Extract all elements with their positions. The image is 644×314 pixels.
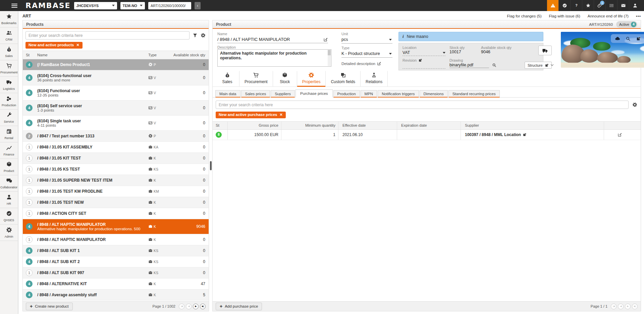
type-select[interactable]: K - Product structure [341,50,392,58]
first-page-button[interactable]: |◀ [179,304,184,309]
sidebar-item-rental[interactable]: $ Rental [0,126,18,142]
sidebar-item-finance[interactable]: Finance [0,142,18,159]
product-table-row[interactable]: 4 / 8948 / ALT SUB KIT 2 KS 0 [23,256,209,267]
product-table-row[interactable]: 1 / 8948 / ALT HAPTIC MANIPULATOR K 0 [23,234,209,245]
chip-close-icon[interactable]: ✕ [76,43,79,47]
upload-image-icon[interactable] [615,36,620,41]
product-table-row[interactable]: 1 / 8948 / 31.05 TEST NEW K 0 [23,197,209,208]
settings-gear-icon[interactable] [201,33,206,38]
supplier-link[interactable]: 100397 / 8948 / MML Location [465,132,527,137]
product-table-row[interactable]: 1 / 8948 / 31.05 TEST KM PRODLINE KM 0 [23,186,209,197]
sidebar-item-bookmarks[interactable]: Bookmarks [0,11,18,27]
product-table-row[interactable]: 4 / 8948 / ALTERNATIVE KIT K 47 [23,278,209,290]
subtab-purchase-prices[interactable]: Purchase prices [296,89,332,98]
unit-select[interactable]: pcs [341,36,392,44]
purchase-price-row[interactable]: 8 1500.00 EUR 1 2021.06.10 100397 / 8948… [213,130,641,140]
sidebar-item-product[interactable]: Product [0,159,18,175]
revision-field[interactable]: Revision [402,58,445,69]
tab-properties[interactable]: Properties [297,71,326,86]
filter-icon[interactable] [193,33,198,38]
prev-page-button[interactable]: ◀ [186,304,192,309]
product-table-row[interactable]: 4 (8104) Functional user12-35 points V 0 [23,85,209,101]
subtab-mpn[interactable]: MPN [361,90,377,98]
sidebar-item-sales[interactable]: $ Sales [0,44,18,60]
tab-custom-fields[interactable]: Custom fields [326,71,361,86]
system-select[interactable]: JHCDEVSYS [74,2,117,9]
create-new-product-button[interactable]: +Create new product [26,303,73,310]
edit-icon[interactable] [618,132,622,137]
tasks-button[interactable] [605,0,617,11]
products-search-input[interactable] [25,31,190,40]
product-table-row[interactable]: 1 / 8948 / 31.05 KS TEST KS 0 [23,164,209,175]
magnifier-icon[interactable] [492,63,496,67]
product-table-row[interactable]: 4 (8104) Self service user1-3 points V 0 [23,101,209,116]
detailed-description-link[interactable]: Detailed description [341,61,392,66]
company-select[interactable]: TEM-NO [120,2,145,9]
product-table-row[interactable]: 4 / 8948 / Average assembly stuff K 5 [23,290,209,301]
product-table-row[interactable]: 4 / 8948 / ALT SUB KIT 1 KS 0 [23,245,209,256]
attachments-button[interactable]: 1 [594,0,605,11]
subtab-dimensions[interactable]: Dimensions [420,90,448,98]
purchase-filter-chip[interactable]: New and active purchase prices ✕ [216,112,286,118]
sidebar-item-admin[interactable]: Admin [0,225,18,241]
product-table-row[interactable]: 4 (8104) Single task user4-11 points V 0 [23,116,209,131]
tab-stock[interactable]: Stock [273,71,297,86]
open-image-icon[interactable] [636,36,641,41]
collapse-back-button[interactable]: ‹ [195,2,201,9]
next-page-button[interactable]: ▶ [193,304,199,309]
notifications-warning-button[interactable] [547,0,558,11]
drawing-field[interactable]: Drawing binaryfile.pdf [449,58,521,69]
favorites-button[interactable] [582,0,594,11]
sidebar-item-qhses[interactable]: QHSES [0,208,18,225]
prev-page-button[interactable]: ◀ [618,304,624,309]
subtab-sales-prices[interactable]: Sales prices [241,90,270,98]
zoom-image-icon[interactable] [626,36,631,41]
settings-gear-icon[interactable] [632,102,637,107]
first-page-button[interactable]: |◀ [611,304,616,309]
target-input[interactable] [148,2,191,9]
subtab-suppliers[interactable]: Suppliers [271,90,295,98]
sidebar-item-production[interactable]: Production [0,93,18,110]
sidebar-item-service[interactable]: Service [0,110,18,126]
more-actions-button[interactable]: ••• [636,14,641,18]
product-table-row[interactable]: 1 / 8948 / 31.05 KIT TEST K 0 [23,153,209,164]
flag-for-changes-link[interactable]: Flag for changes (5) [507,14,542,18]
name-value[interactable]: / 8948 / ALT HAPTIC MANIPULATOR [217,37,290,42]
description-textarea[interactable]: Alternative haptic manipulator for produ… [217,49,331,67]
account-button[interactable] [629,0,641,11]
product-table-row[interactable]: 1 / 8948 / ACTION CITY SET K 0 [23,208,209,219]
collapse-chevron-icon[interactable] [549,32,555,68]
last-page-button[interactable]: ▶| [632,304,638,309]
product-table-row[interactable]: 4 / 8948 / ALT HAPTIC MANIPULATORAlterna… [23,219,209,234]
add-purchase-price-button[interactable]: +Add purchase price [216,303,262,310]
sidebar-item-logistics[interactable]: Logistics [0,77,18,93]
hamburger-menu-icon[interactable] [11,4,17,8]
product-table-row[interactable]: 1 / 8948 / 31.05 SUPERB NEW TEST ITEM K … [23,175,209,186]
subtab-standard-recurring-prices[interactable]: Standard recurring prices [448,90,500,98]
external-link-icon[interactable] [418,58,422,62]
tab-relations[interactable]: Relations [361,71,388,86]
approvals-button[interactable] [558,0,570,11]
panel-splitter[interactable] [209,20,212,311]
tab-procurement[interactable]: Procurement [239,71,273,86]
chip-close-icon[interactable]: ✕ [280,113,283,117]
sidebar-item-crm[interactable]: CRM [0,27,18,44]
subtab-notification-triggers[interactable]: Notification triggers [378,90,419,98]
splitter-handle[interactable] [210,161,212,170]
subtab-main-data[interactable]: Main data [215,90,240,98]
product-table-row[interactable]: 1 / 8948 / ALT SUB KIT 997 KS 0 [23,267,209,278]
product-table-row[interactable]: 2 / 8947 / Test part number 1313 P 0 [23,131,209,142]
structure-button[interactable]: Structure [525,62,552,69]
product-table-row[interactable]: 1 / 8948 / 31.05 KIT ASSEMBLY KA 0 [23,142,209,153]
sidebar-item-hr[interactable]: HR [0,192,18,208]
tab-sales[interactable]: $Sales [215,71,239,86]
help-button[interactable]: ? [570,0,582,11]
flag-with-issue-link[interactable]: Flag with issue (6) [549,14,580,18]
location-field[interactable]: Location VAT [402,46,445,56]
purchase-prices-search-input[interactable] [216,101,629,109]
sidebar-item-collaboration[interactable]: Collaboration [0,175,18,192]
product-table-row[interactable]: 4 (8104) Cross-functional user36 points … [23,70,209,85]
sidebar-item-procurement[interactable]: Procurement [0,60,18,77]
messages-button[interactable] [617,0,629,11]
product-table-row[interactable]: 4 (/ RamBase Demo Product1 P 0 [23,59,209,70]
